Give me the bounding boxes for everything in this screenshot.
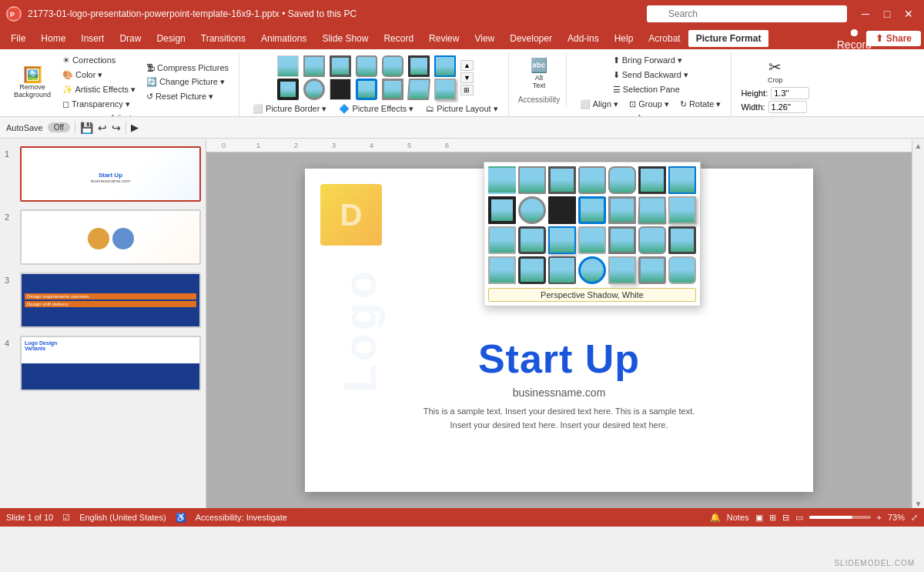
menu-draw[interactable]: Draw	[112, 30, 149, 47]
popup-style-17[interactable]	[548, 226, 576, 254]
menu-help[interactable]: Help	[607, 30, 641, 47]
style-item-3[interactable]	[330, 55, 351, 77]
popup-style-22[interactable]	[488, 256, 516, 284]
style-item-1[interactable]	[277, 55, 299, 77]
zoom-plus-icon[interactable]: +	[877, 513, 882, 522]
popup-style-3[interactable]	[548, 166, 576, 194]
height-input[interactable]	[771, 87, 809, 99]
menu-transitions[interactable]: Transitions	[193, 30, 253, 47]
style-item-9[interactable]	[303, 79, 325, 100]
popup-style-20[interactable]	[638, 226, 666, 254]
popup-style-21[interactable]	[668, 226, 696, 254]
menu-home[interactable]: Home	[33, 30, 73, 47]
popup-style-13[interactable]	[638, 197, 667, 225]
menu-view[interactable]: View	[467, 30, 502, 47]
slide-thumb-2[interactable]: 2	[3, 208, 203, 266]
popup-style-6[interactable]	[638, 166, 666, 194]
maximize-button[interactable]: □	[878, 5, 896, 23]
picture-layout-button[interactable]: 🗂 Picture Layout ▾	[422, 102, 501, 115]
reset-picture-button[interactable]: ↺ Reset Picture ▾	[142, 90, 233, 103]
style-item-2[interactable]	[303, 55, 325, 77]
slide-thumb-1[interactable]: 1 Start Up businessname.com	[3, 145, 203, 203]
slide-image-4[interactable]: Logo DesignVariants	[20, 336, 201, 391]
popup-style-18[interactable]	[578, 226, 606, 254]
menu-slideshow[interactable]: Slide Show	[314, 30, 376, 47]
change-picture-button[interactable]: 🔄 Change Picture ▾	[142, 75, 233, 89]
style-item-11[interactable]	[356, 79, 377, 100]
menu-picture-format[interactable]: Picture Format	[688, 30, 769, 47]
style-item-12[interactable]	[382, 79, 403, 100]
menu-file[interactable]: File	[3, 30, 33, 47]
view-presenter-icon[interactable]: ▭	[795, 513, 803, 523]
align-button[interactable]: ⬜ Align ▾	[576, 98, 622, 111]
popup-style-7[interactable]	[668, 166, 696, 194]
popup-style-9[interactable]	[518, 196, 546, 224]
styles-up-button[interactable]: ▲	[460, 60, 474, 71]
menu-addins[interactable]: Add-ins	[560, 30, 607, 47]
transparency-button[interactable]: ◻ Transparency ▾	[59, 98, 139, 111]
artistic-effects-button[interactable]: ✨ Artistic Effects ▾	[59, 83, 139, 96]
width-input[interactable]	[768, 101, 807, 113]
autosave-toggle[interactable]: Off	[48, 122, 70, 132]
popup-style-1[interactable]	[488, 166, 516, 194]
popup-style-10[interactable]	[548, 196, 576, 224]
popup-style-24[interactable]	[548, 256, 576, 284]
style-item-10[interactable]	[330, 79, 351, 100]
style-item-8[interactable]	[277, 79, 299, 100]
undo-icon[interactable]: ↩	[98, 122, 107, 134]
redo-icon[interactable]: ↪	[112, 122, 121, 134]
view-reading-icon[interactable]: ⊟	[782, 513, 789, 523]
style-item-14[interactable]	[434, 79, 456, 100]
menu-design[interactable]: Design	[149, 30, 192, 47]
slide-image-1[interactable]: Start Up businessname.com	[20, 146, 201, 202]
styles-more-button[interactable]: ⊞	[460, 85, 474, 95]
scroll-up-icon[interactable]: ▲	[915, 142, 922, 150]
style-item-7[interactable]	[434, 55, 456, 77]
style-item-6[interactable]	[408, 55, 430, 77]
style-item-5[interactable]	[382, 55, 403, 77]
popup-style-4[interactable]	[578, 166, 606, 194]
close-button[interactable]: ✕	[899, 5, 918, 23]
crop-button[interactable]: ✂ Crop	[762, 54, 789, 87]
share-button[interactable]: ⬆ Share	[866, 31, 921, 46]
menu-review[interactable]: Review	[421, 30, 467, 47]
selection-pane-button[interactable]: ☰ Selection Pane	[609, 83, 692, 96]
style-item-4[interactable]	[356, 55, 377, 77]
bring-forward-button[interactable]: ⬆ Bring Forward ▾	[609, 54, 692, 67]
remove-background-button[interactable]: 🖼️ RemoveBackground	[9, 63, 55, 102]
right-scrollbar[interactable]: ▲ ▼	[912, 139, 924, 508]
fit-icon[interactable]: ⤢	[911, 513, 918, 523]
slide-image-2[interactable]	[20, 209, 201, 265]
popup-style-26[interactable]	[608, 256, 636, 284]
style-item-13[interactable]	[407, 79, 430, 100]
picture-border-button[interactable]: ⬜ Picture Border ▾	[249, 102, 330, 115]
zoom-slider[interactable]	[809, 516, 871, 519]
popup-style-8[interactable]	[488, 196, 516, 224]
popup-style-11[interactable]	[578, 196, 606, 224]
color-button[interactable]: 🎨 Color ▾	[59, 69, 139, 82]
save-icon[interactable]: 💾	[80, 122, 93, 134]
popup-style-16[interactable]	[518, 226, 546, 254]
compress-button[interactable]: 🗜 Compress Pictures	[142, 62, 233, 74]
minimize-button[interactable]: ─	[856, 5, 875, 23]
view-slide-sorter-icon[interactable]: ⊞	[769, 513, 776, 523]
corrections-button[interactable]: ☀ Corrections	[59, 54, 139, 67]
popup-style-25[interactable]	[578, 256, 606, 284]
popup-style-27[interactable]	[638, 256, 666, 284]
accessibility-status[interactable]: Accessibility: Investigate	[196, 513, 287, 522]
popup-style-23[interactable]	[518, 256, 546, 284]
styles-down-button[interactable]: ▼	[460, 72, 474, 83]
slide-thumb-4[interactable]: 4 Logo DesignVariants	[3, 334, 203, 393]
scroll-down-icon[interactable]: ▼	[915, 500, 922, 508]
popup-style-15[interactable]	[488, 226, 516, 254]
popup-style-14[interactable]	[668, 196, 696, 224]
rotate-button[interactable]: ↻ Rotate ▾	[676, 98, 725, 111]
record-button[interactable]: ⏺ Record	[845, 29, 863, 48]
slide-image-3[interactable]: Design requirements overview Design shif…	[20, 273, 201, 328]
search-input[interactable]	[647, 5, 847, 22]
menu-developer[interactable]: Developer	[502, 30, 560, 47]
present-icon[interactable]: ▶	[131, 122, 139, 133]
view-normal-icon[interactable]: ▣	[755, 513, 763, 523]
alt-text-button[interactable]: 🔤 AltText	[525, 54, 553, 92]
send-backward-button[interactable]: ⬇ Send Backward ▾	[609, 69, 692, 82]
